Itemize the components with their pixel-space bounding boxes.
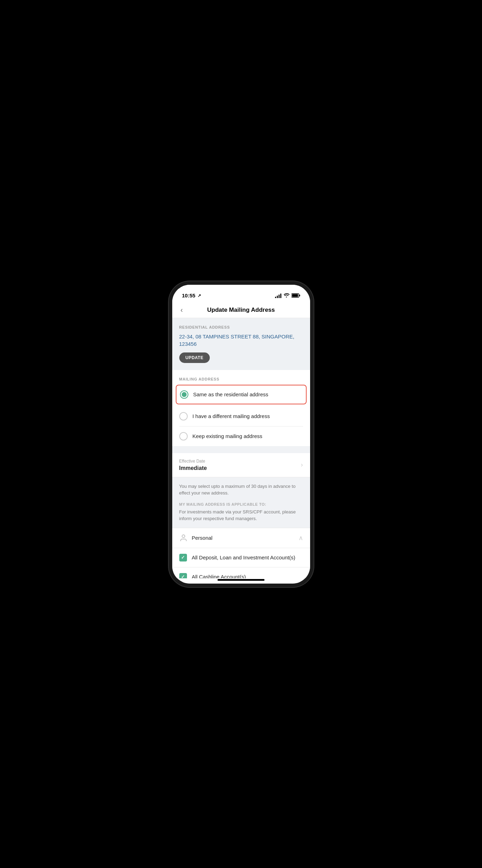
- info-section: You may select upto a maximum of 30 days…: [172, 477, 310, 528]
- account-item-cashline[interactable]: ✓ All Cashline Account(s): [172, 567, 310, 578]
- page-title: Update Mailing Address: [207, 307, 275, 314]
- account-item-deposit[interactable]: ✓ All Deposit, Loan and Investment Accou…: [172, 548, 310, 567]
- effective-date-row[interactable]: Effective Date Immediate ›: [172, 453, 310, 477]
- svg-rect-1: [292, 294, 298, 297]
- divider: [172, 446, 310, 453]
- effective-date-value: Immediate: [179, 465, 207, 471]
- back-button[interactable]: ‹: [179, 304, 185, 315]
- applicable-desc: For investments made via your SRS/CPF ac…: [179, 509, 303, 522]
- status-time: 10:55 ↗: [182, 292, 201, 298]
- radio-circle-different: [179, 412, 188, 420]
- svg-rect-2: [299, 295, 300, 296]
- effective-date-label: Effective Date: [179, 459, 207, 464]
- battery-icon: [292, 293, 300, 298]
- radio-circle-same: [180, 390, 188, 399]
- radio-inner-same: [182, 392, 187, 397]
- radio-label-same: Same as the residential address: [193, 391, 268, 397]
- personal-left: Personal: [179, 534, 213, 542]
- person-icon: [179, 534, 188, 542]
- radio-option-keep[interactable]: Keep existing mailing address: [179, 426, 303, 446]
- radio-circle-keep: [179, 432, 188, 440]
- info-text: You may select upto a maximum of 30 days…: [179, 483, 303, 497]
- checkbox-deposit: ✓: [179, 554, 187, 561]
- phone-frame: 10:55 ↗: [172, 285, 310, 584]
- location-icon: ↗: [198, 293, 201, 298]
- mailing-options: Same as the residential address I have a…: [179, 385, 303, 446]
- residential-address-text: 22-34, 08 TAMPINES STREET 88, SINGAPORE,…: [179, 333, 303, 348]
- mailing-address-section: MAILING ADDRESS Same as the residential …: [172, 370, 310, 446]
- radio-option-different[interactable]: I have a different mailing address: [179, 406, 303, 426]
- chevron-right-icon: ›: [301, 461, 303, 469]
- page-header: ‹ Update Mailing Address: [172, 302, 310, 318]
- signal-icon: [275, 293, 281, 298]
- chevron-up-icon: ∧: [299, 534, 303, 542]
- update-address-button[interactable]: UPDATE: [179, 352, 210, 363]
- status-icons: [275, 293, 300, 298]
- radio-label-keep: Keep existing mailing address: [193, 433, 262, 439]
- residential-address-section: RESIDENTIAL ADDRESS 22-34, 08 TAMPINES S…: [172, 318, 310, 370]
- checkbox-cashline: ✓: [179, 573, 187, 578]
- personal-label: Personal: [192, 535, 213, 541]
- mailing-label: MAILING ADDRESS: [179, 377, 303, 381]
- checkmark-deposit: ✓: [181, 555, 185, 560]
- page-content: RESIDENTIAL ADDRESS 22-34, 08 TAMPINES S…: [172, 318, 310, 578]
- radio-option-same[interactable]: Same as the residential address: [176, 385, 307, 404]
- svg-point-3: [182, 535, 185, 538]
- checkmark-cashline: ✓: [181, 574, 185, 578]
- applicable-label: MY MAILING ADDRESS IS APPLICABLE TO:: [179, 502, 303, 506]
- status-bar: 10:55 ↗: [172, 285, 310, 302]
- home-indicator: [217, 579, 265, 581]
- personal-section[interactable]: Personal ∧: [172, 528, 310, 548]
- account-label-cashline: All Cashline Account(s): [192, 573, 246, 578]
- effective-date-info: Effective Date Immediate: [179, 459, 207, 471]
- residential-label: RESIDENTIAL ADDRESS: [179, 325, 303, 329]
- wifi-icon: [283, 293, 289, 298]
- account-label-deposit: All Deposit, Loan and Investment Account…: [192, 554, 295, 561]
- radio-label-different: I have a different mailing address: [193, 413, 270, 419]
